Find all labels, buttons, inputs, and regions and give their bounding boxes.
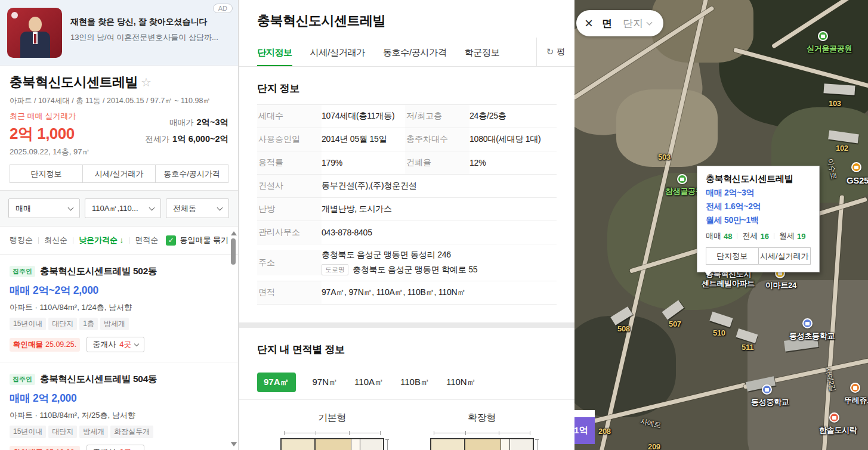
map-mode-toggle[interactable]: 면 xyxy=(602,17,612,30)
checkbox-checked-icon[interactable]: ✓ xyxy=(166,235,176,246)
tooltip-pointer xyxy=(703,270,713,281)
tooltip-price-button[interactable]: 시세/실거래가 xyxy=(758,247,811,265)
tooltip-complex-info-button[interactable]: 단지정보 xyxy=(706,247,759,265)
tab-price-history[interactable]: 시세/실거래가 xyxy=(310,38,365,66)
trade-type-select[interactable]: 매매 xyxy=(8,198,80,218)
quick-nav-buttons: 단지정보 시세/실거래가 동호수/공시가격 xyxy=(10,165,228,183)
complex-meta: 아파트 / 1074세대 / 총 11동 / 2014.05.15 / 97.7… xyxy=(10,96,228,106)
ad-banner[interactable]: AD 재현을 찾은 당신, 잘 찾아오셨습니다 13인의 남/여 이혼전문변호사… xyxy=(0,0,238,66)
sort-row: 랭킹순 최신순 낮은가격순 ↓ 면적순 ✓ 동일매물 묶기 xyxy=(0,226,238,255)
tab-complex-info[interactable]: 단지정보 xyxy=(257,38,292,66)
store-label[interactable]: 한솔도시락 xyxy=(819,425,857,436)
price-summary: 최근 매매 실거래가 2억 1,000 2025.09.22, 14층, 97㎡… xyxy=(0,106,238,157)
tab-unit-price[interactable]: 동호수/공시가격 xyxy=(383,38,447,66)
section-complex-info: 단지 정보 xyxy=(239,67,574,104)
owner-badge: 집주인 xyxy=(10,266,35,277)
scroll-up-icon[interactable] xyxy=(231,231,237,235)
listing-tags: 15년이내 대단지 1층 방세개 xyxy=(10,318,228,330)
price-marker[interactable]: 1억 xyxy=(574,410,595,444)
btn-unit-price[interactable]: 동호수/공시가격 xyxy=(155,165,228,183)
left-listing-panel: AD 재현을 찾은 당신, 잘 찾아오셨습니다 13인의 남/여 이혼전문변호사… xyxy=(0,0,239,450)
area-select[interactable]: 110A㎡,110... xyxy=(85,198,161,218)
dedupe-toggle[interactable]: ✓ 동일매물 묶기 xyxy=(166,235,228,246)
building-number: 209 xyxy=(648,442,660,450)
area-tab-97a[interactable]: 97A㎡ xyxy=(257,373,296,392)
ad-label-badge: AD xyxy=(213,4,233,13)
scrollbar-thumb[interactable] xyxy=(231,238,236,265)
map-control-bar: × 면 단지 xyxy=(576,10,663,36)
building-number: 102 xyxy=(836,144,848,153)
listings-scrollbar[interactable] xyxy=(230,229,237,450)
unit-toggle-button[interactable]: ↻ 평 xyxy=(536,38,574,66)
tooltip-title: 충북혁신도시센트레빌 xyxy=(706,173,811,185)
floor-plans: 기본형 확장형 xyxy=(239,412,574,450)
building-number: 511 xyxy=(742,343,753,352)
listing-card[interactable]: 집주인 충북혁신도시센트레빌 504동 매매 2억 2,000 아파트 · 11… xyxy=(0,362,238,450)
btn-price-history[interactable]: 시세/실거래가 xyxy=(82,165,156,183)
table-row: 세대수 1074세대(총11개동) 저/최고층 24층/25층 xyxy=(257,105,557,128)
store-label[interactable]: 뚜레쥬르 xyxy=(844,395,868,406)
building-select[interactable]: 전체동 xyxy=(166,198,229,218)
floor-plan-basic: 기본형 xyxy=(267,412,398,450)
listing-detail: 아파트 · 110A/84m², 1/24층, 남서향 xyxy=(10,302,228,313)
area-tab-97n[interactable]: 97N㎡ xyxy=(313,377,338,388)
road-name-badge: 도로명 xyxy=(322,264,348,275)
school-icon xyxy=(802,318,813,328)
listing-title: 충북혁신도시센트레빌 502동 xyxy=(40,265,157,278)
favorite-star-icon[interactable]: ☆ xyxy=(141,76,151,89)
sort-lowest-price[interactable]: 낮은가격순 ↓ xyxy=(79,235,123,246)
school-label[interactable]: 동성중학교 xyxy=(751,397,789,408)
building-number: 208 xyxy=(598,427,611,436)
section-area-info: 단지 내 면적별 정보 xyxy=(239,328,574,365)
store-label[interactable]: 이마트24 xyxy=(765,280,796,291)
tooltip-wolse: 월세 50만~1백 xyxy=(706,215,811,226)
road-label: 사예로 xyxy=(640,417,662,431)
area-tab-110b[interactable]: 110B㎡ xyxy=(400,377,430,388)
table-row-address: 주소 충청북도 음성군 맹동면 동성리 246 도로명 충청북도 음성군 맹동면… xyxy=(257,244,557,281)
area-tab-110n[interactable]: 110N㎡ xyxy=(446,377,476,388)
area-type-tabs: 97A㎡ 97N㎡ 110A㎡ 110B㎡ 110N㎡ xyxy=(239,365,574,400)
table-row: 난방 개별난방, 도시가스 xyxy=(257,198,557,221)
chevron-down-icon xyxy=(149,205,155,211)
building-number: 503 xyxy=(658,153,671,162)
filter-bar: 매매 110A㎡,110... 전체동 xyxy=(0,190,238,226)
agents-dropdown-button[interactable]: 중개사2곳 xyxy=(87,445,144,450)
real-estate-app: AD 재현을 찾은 당신, 잘 찾아오셨습니다 13인의 남/여 이혼전문변호사… xyxy=(0,0,868,450)
agents-dropdown-button[interactable]: 중개사4곳 xyxy=(87,337,144,352)
price-marker-value: 1억 xyxy=(574,417,595,444)
park-icon xyxy=(677,174,687,184)
building-number: 507 xyxy=(669,319,681,328)
tab-school-info[interactable]: 학군정보 xyxy=(465,38,500,66)
complex-info-table: 세대수 1074세대(총11개동) 저/최고층 24층/25층 사용승인일 20… xyxy=(257,104,557,305)
detail-tabs: 단지정보 시세/실거래가 동호수/공시가격 학군정보 ↻ 평 xyxy=(239,38,574,67)
tooltip-counts: 매매48 전세16 월세19 xyxy=(706,231,811,241)
owner-badge: 집주인 xyxy=(10,374,35,385)
chevron-down-icon xyxy=(217,205,223,211)
sort-newest[interactable]: 최신순 xyxy=(44,235,67,246)
area-tab-110a[interactable]: 110A㎡ xyxy=(354,377,384,388)
recent-deal-price: 2억 1,000 xyxy=(10,123,89,144)
listing-detail: 아파트 · 110B/84m², 저/25층, 남서향 xyxy=(10,410,228,421)
satellite-map[interactable]: 실거울골공원 참샘골공원 503 103 102 508 507 510 511… xyxy=(574,0,868,450)
close-icon[interactable]: × xyxy=(585,16,593,30)
listing-card[interactable]: 집주인 충북혁신도시센트레빌 502동 매매 2억~2억 2,000 아파트 ·… xyxy=(0,255,238,362)
store-label[interactable]: GS25 xyxy=(847,175,868,185)
btn-complex-info[interactable]: 단지정보 xyxy=(10,165,83,183)
map-layer-dropdown[interactable]: 단지 xyxy=(623,17,651,30)
complex-detail-panel: 충북혁신도시센트레빌 단지정보 시세/실거래가 동호수/공시가격 학군정보 ↻ … xyxy=(239,0,574,450)
section-divider xyxy=(239,322,574,328)
chevron-down-icon xyxy=(647,20,653,26)
ad-logo xyxy=(11,12,18,18)
floor-plan-image xyxy=(276,430,389,450)
ad-image xyxy=(7,8,62,58)
sort-area[interactable]: 면적순 xyxy=(135,235,158,246)
table-row: 관리사무소 043-878-8405 xyxy=(257,221,557,244)
scroll-down-icon[interactable] xyxy=(231,442,237,446)
table-row: 면적 97A㎡, 97N㎡, 110A㎡, 110B㎡, 110N㎡ xyxy=(257,281,557,305)
school-label[interactable]: 동성초등학교 xyxy=(789,331,835,342)
sort-ranking[interactable]: 랭킹순 xyxy=(10,235,33,246)
listing-price: 매매 2억 2,000 xyxy=(10,391,228,405)
park-label[interactable]: 실거울골공원 xyxy=(807,44,852,54)
floor-plan-extended: 확장형 xyxy=(416,412,548,450)
jeonse-range: 전세가1억 6,000~2억 xyxy=(146,134,228,145)
